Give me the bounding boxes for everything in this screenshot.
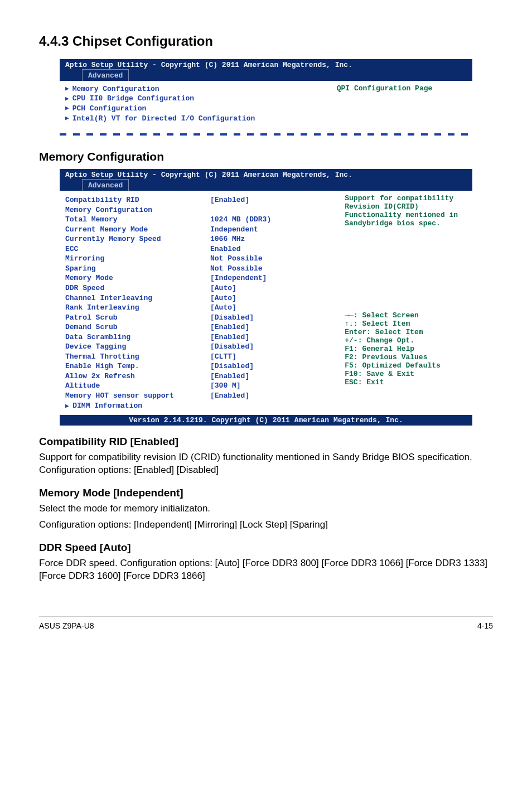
bios-setting-row[interactable]: Rank Interleaving[Auto]	[65, 303, 333, 313]
setting-label: Memory Mode	[65, 273, 210, 283]
bios-setting-row[interactable]: DDR Speed[Auto]	[65, 283, 333, 293]
bios-setting-row[interactable]: SparingNot Possible	[65, 264, 333, 274]
key-legend-line: F1: General Help	[345, 345, 467, 353]
bios-setting-row[interactable]: Allow 2x Refresh[Enabled]	[65, 371, 333, 381]
help-line: Functionality mentioned in	[345, 211, 467, 219]
setting-label: Mirroring	[65, 254, 210, 264]
setting-label: Memory Configuration	[65, 205, 210, 215]
menu-item[interactable]: ▶CPU II0 Bridge Configuration	[65, 94, 326, 104]
setting-label: Current Memory Mode	[65, 225, 210, 235]
setting-value: 1024 MB (DDR3)	[210, 215, 333, 225]
key-legend-line: Enter: Select Item	[345, 328, 467, 336]
setting-label: Thermal Throtting	[65, 352, 210, 362]
bios-setting-row[interactable]: Total Memory1024 MB (DDR3)	[65, 215, 333, 225]
setting-label: Enable High Temp.	[65, 361, 210, 371]
bios-setting-row[interactable]: Currently Memory Speed1066 MHz	[65, 234, 333, 244]
bios-setting-row[interactable]: Compatibility RID[Enabled]	[65, 195, 333, 205]
footer-page-number: 4-15	[477, 621, 493, 630]
setting-label: Total Memory	[65, 215, 210, 225]
tab-advanced[interactable]: Advanced	[82, 179, 129, 191]
compat-rid-text: Support for compatibility revision ID (C…	[39, 451, 493, 477]
setting-value: Independent	[210, 225, 333, 235]
setting-label: Rank Interleaving	[65, 303, 210, 313]
setting-value: [Auto]	[210, 293, 333, 303]
bios-setting-row[interactable]: Altitude[300 M]	[65, 381, 333, 391]
setting-value: [Enabled]	[210, 391, 333, 401]
bios-setting-row[interactable]: Demand Scrub[Enabled]	[65, 322, 333, 332]
setting-value: Enabled	[210, 244, 333, 254]
bios-help-pane: Support for compatibilityRevision ID(CRI…	[339, 191, 472, 415]
setting-value: [Auto]	[210, 303, 333, 313]
bios-setting-row[interactable]: Enable High Temp.[Disabled]	[65, 361, 333, 371]
submenu-arrow-icon: ▶	[65, 95, 69, 103]
memory-config-heading: Memory Configuration	[39, 150, 493, 163]
bios-help-pane: QPI Configuration Page	[331, 81, 472, 133]
setting-label: Allow 2x Refresh	[65, 371, 210, 381]
bios-setting-row[interactable]: Patrol Scrub[Disabled]	[65, 313, 333, 323]
setting-value: [Enabled]	[210, 332, 333, 342]
setting-value: Not Possible	[210, 264, 333, 274]
help-line: Support for compatibility	[345, 194, 467, 202]
bios-setting-row: ▶ DIMM Information	[65, 401, 333, 411]
memory-mode-text: Select the mode for memory initializaton…	[39, 503, 493, 515]
setting-label: DDR Speed	[65, 283, 210, 293]
bios-setting-row[interactable]: Memory HOT sensor support[Enabled]	[65, 391, 333, 401]
bios-setting-row[interactable]: ECCEnabled	[65, 244, 333, 254]
bios-header: Aptio Setup Utility - Copyright (C) 2011…	[60, 169, 472, 179]
setting-label: Compatibility RID	[65, 195, 210, 205]
key-legend-line: F10: Save & Exit	[345, 370, 467, 378]
setting-value: [CLTT]	[210, 352, 333, 362]
bios-settings-list: Compatibility RID[Enabled]Memory Configu…	[60, 191, 339, 415]
menu-item-label: PCH Configuration	[72, 104, 147, 114]
setting-value	[210, 401, 333, 411]
memory-mode-options: Configuration options: [Independent] [Mi…	[39, 519, 493, 532]
bios-menu-list: ▶Memory Configuration ▶CPU II0 Bridge Co…	[60, 81, 331, 133]
submenu-arrow-icon: ▶	[65, 85, 69, 93]
setting-value: [Independent]	[210, 273, 333, 283]
setting-value: Not Possible	[210, 254, 333, 264]
bios-tab-row: Advanced	[60, 179, 472, 191]
bios-setting-row[interactable]: Device Tagging[Disabled]	[65, 342, 333, 352]
submenu-arrow-icon: ▶	[65, 114, 69, 123]
bios-panel-chipset: Aptio Setup Utility - Copyright (C) 2011…	[60, 59, 472, 136]
setting-label: Patrol Scrub	[65, 313, 210, 323]
bios-setting-row[interactable]: Thermal Throtting[CLTT]	[65, 352, 333, 362]
dashed-separator	[60, 133, 472, 136]
submenu-arrow-icon: ▶	[65, 104, 69, 113]
submenu-arrow-icon: ▶	[65, 403, 72, 409]
setting-value: [Enabled]	[210, 322, 333, 332]
bios-setting-row[interactable]: Data Scrambling[Enabled]	[65, 332, 333, 342]
bios-setting-row[interactable]: MirroringNot Possible	[65, 254, 333, 264]
setting-label: ECC	[65, 244, 210, 254]
setting-label: Channel Interleaving	[65, 293, 210, 303]
setting-value: [Disabled]	[210, 361, 333, 371]
key-legend-line: F5: Optimized Defaults	[345, 361, 467, 370]
setting-label: Data Scrambling	[65, 332, 210, 342]
help-line: Sandybridge bios spec.	[345, 219, 467, 228]
setting-value: [Disabled]	[210, 313, 333, 323]
menu-item[interactable]: ▶Intel(R) VT for Directed I/O Configurat…	[65, 114, 326, 124]
key-legend-line: ESC: Exit	[345, 378, 467, 386]
tab-advanced[interactable]: Advanced	[82, 69, 129, 81]
footer-product: ASUS Z9PA-U8	[39, 621, 94, 630]
bios-setting-row[interactable]: Current Memory ModeIndependent	[65, 225, 333, 235]
menu-item[interactable]: ▶PCH Configuration	[65, 104, 326, 114]
setting-value: [Enabled]	[210, 371, 333, 381]
ddr-speed-text: Force DDR speed. Configuration options: …	[39, 557, 493, 583]
setting-value: [Disabled]	[210, 342, 333, 352]
ddr-speed-heading: DDR Speed [Auto]	[39, 542, 493, 554]
bios-key-legend: →←: Select Screen↑↓: Select ItemEnter: S…	[345, 311, 467, 386]
setting-value: [Auto]	[210, 283, 333, 293]
section-title: 4.4.3 Chipset Configuration	[39, 33, 493, 49]
setting-label: Sparing	[65, 264, 210, 274]
menu-item[interactable]: ▶Memory Configuration	[65, 84, 326, 94]
bios-header: Aptio Setup Utility - Copyright (C) 2011…	[60, 59, 472, 69]
bios-setting-row[interactable]: Channel Interleaving[Auto]	[65, 293, 333, 303]
memory-mode-heading: Memory Mode [Independent]	[39, 487, 493, 499]
bios-setting-row[interactable]: Memory Mode[Independent]	[65, 273, 333, 283]
menu-item-label: Intel(R) VT for Directed I/O Configurati…	[72, 114, 255, 124]
setting-label: Currently Memory Speed	[65, 234, 210, 244]
setting-value: [Enabled]	[210, 195, 333, 205]
bios-context-help: Support for compatibilityRevision ID(CRI…	[345, 194, 467, 228]
setting-label: Memory HOT sensor support	[65, 391, 210, 401]
